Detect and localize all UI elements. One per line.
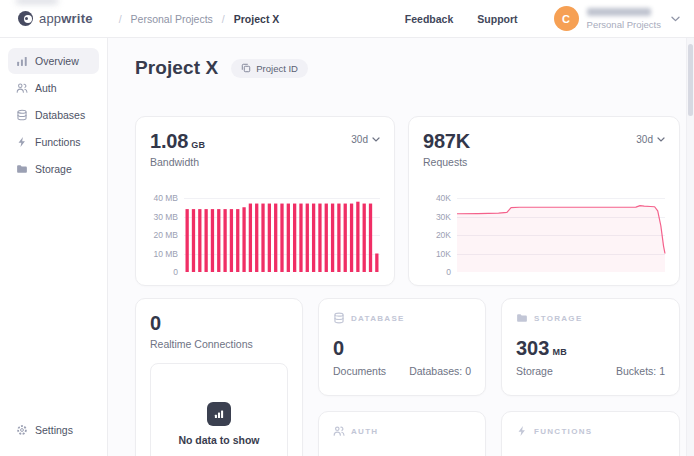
requests-label: Requests bbox=[423, 156, 470, 168]
storage-label: Storage bbox=[516, 365, 553, 377]
sidebar-item-storage[interactable]: Storage bbox=[8, 156, 99, 182]
top-bar: appwrite / Personal Projects / Project X… bbox=[0, 0, 694, 38]
chevron-down-icon bbox=[671, 16, 680, 22]
realtime-count: 0 bbox=[150, 312, 288, 335]
sidebar-item-label: Storage bbox=[35, 163, 72, 175]
sidebar-item-databases[interactable]: Databases bbox=[8, 102, 99, 128]
bar-chart-icon bbox=[207, 402, 231, 426]
chevron-down-icon bbox=[657, 137, 665, 142]
y-axis-label: 20 MB bbox=[153, 230, 178, 240]
realtime-card: 0 Realtime Connections No data to show G… bbox=[135, 298, 303, 456]
breadcrumb-project-x[interactable]: Project X bbox=[234, 13, 280, 25]
breadcrumb-separator: / bbox=[222, 13, 225, 25]
requests-plot bbox=[457, 198, 665, 272]
project-id-label: Project ID bbox=[256, 63, 298, 74]
stats-grid: DATABASE 0 Documents Databases: 0 STORAG… bbox=[135, 298, 680, 456]
requests-range-select[interactable]: 30d bbox=[636, 130, 665, 145]
account-menu[interactable]: C Personal Projects bbox=[554, 6, 680, 31]
y-axis-label: 10K bbox=[436, 249, 451, 259]
bandwidth-y-axis: 40 MB30 MB20 MB10 MB0 bbox=[150, 198, 178, 272]
appwrite-logo[interactable]: appwrite bbox=[18, 11, 93, 26]
sidebar-item-label: Functions bbox=[35, 136, 81, 148]
page-title: Project X bbox=[135, 56, 218, 80]
sidebar-item-label: Auth bbox=[35, 82, 57, 94]
lightning-icon bbox=[16, 136, 28, 148]
folder-icon bbox=[16, 163, 28, 175]
database-icon bbox=[16, 109, 28, 121]
lightning-icon bbox=[516, 425, 528, 437]
sidebar-item-label: Overview bbox=[35, 55, 79, 67]
bandwidth-series bbox=[184, 198, 380, 272]
requests-series bbox=[457, 198, 665, 272]
databases-count: Databases: 0 bbox=[409, 365, 471, 377]
y-axis-label: 40 MB bbox=[153, 193, 178, 203]
requests-card: 987K Requests 30d 40K30K20K10K0 bbox=[408, 116, 680, 286]
y-axis-label: 40K bbox=[436, 193, 451, 203]
y-axis-label: 0 bbox=[173, 267, 178, 277]
realtime-label: Realtime Connections bbox=[150, 338, 288, 350]
y-axis-label: 30K bbox=[436, 212, 451, 222]
y-axis-label: 20K bbox=[436, 230, 451, 240]
account-name-blurred bbox=[587, 8, 651, 16]
documents-label: Documents bbox=[333, 365, 386, 377]
blurred-artifact bbox=[16, 0, 58, 4]
users-icon bbox=[16, 82, 28, 94]
bandwidth-card: 1.08GB Bandwidth 30d 40 MB30 MB20 MB10 M… bbox=[135, 116, 395, 286]
sidebar-item-label: Databases bbox=[35, 109, 85, 121]
storage-eyebrow: STORAGE bbox=[516, 312, 665, 324]
overview-chart-icon bbox=[16, 55, 28, 67]
bandwidth-chart: 40 MB30 MB20 MB10 MB0 bbox=[150, 198, 380, 272]
bandwidth-plot bbox=[184, 198, 380, 272]
realtime-empty-state: No data to show Get started with Realtim… bbox=[150, 363, 288, 456]
sidebar-item-auth[interactable]: Auth bbox=[8, 75, 99, 101]
requests-value: 987K bbox=[423, 130, 470, 153]
y-axis-label: 30 MB bbox=[153, 212, 178, 222]
account-team-label: Personal Projects bbox=[587, 19, 661, 30]
y-axis-label: 0 bbox=[446, 267, 451, 277]
scrollbar-track[interactable] bbox=[686, 38, 694, 456]
bandwidth-range-select[interactable]: 30d bbox=[351, 130, 380, 145]
functions-card[interactable]: FUNCTIONS bbox=[501, 411, 680, 456]
bandwidth-label: Bandwidth bbox=[150, 156, 205, 168]
charts-row: 1.08GB Bandwidth 30d 40 MB30 MB20 MB10 M… bbox=[135, 116, 680, 286]
auth-card[interactable]: AUTH bbox=[318, 411, 486, 456]
avatar: C bbox=[554, 6, 579, 31]
appwrite-logo-icon bbox=[18, 11, 33, 26]
storage-card[interactable]: STORAGE 303MB Storage Buckets: 1 bbox=[501, 298, 680, 396]
sidebar: Overview Auth Databases Functions Storag… bbox=[0, 38, 108, 456]
database-eyebrow: DATABASE bbox=[333, 312, 471, 324]
documents-count: 0 bbox=[333, 337, 471, 360]
no-data-text: No data to show bbox=[178, 434, 259, 446]
y-axis-label: 10 MB bbox=[153, 249, 178, 259]
buckets-count: Buckets: 1 bbox=[616, 365, 665, 377]
breadcrumb-personal-projects[interactable]: Personal Projects bbox=[131, 13, 213, 25]
copy-id-icon bbox=[241, 63, 251, 73]
main-content: Project X Project ID 1.08GB Bandwidth 30… bbox=[108, 38, 694, 456]
page-head: Project X Project ID bbox=[135, 56, 680, 80]
feedback-link[interactable]: Feedback bbox=[405, 13, 453, 25]
bandwidth-value: 1.08GB bbox=[150, 130, 205, 153]
storage-size: 303MB bbox=[516, 337, 665, 360]
header-actions: Feedback Support C Personal Projects bbox=[405, 6, 680, 31]
sidebar-item-settings[interactable]: Settings bbox=[8, 417, 99, 443]
auth-eyebrow: AUTH bbox=[333, 425, 471, 437]
support-link[interactable]: Support bbox=[477, 13, 517, 25]
sidebar-item-overview[interactable]: Overview bbox=[8, 48, 99, 74]
database-icon bbox=[333, 312, 345, 324]
requests-chart: 40K30K20K10K0 bbox=[423, 198, 665, 272]
scrollbar-thumb[interactable] bbox=[688, 44, 693, 116]
users-icon bbox=[333, 425, 345, 437]
appwrite-logo-text: appwrite bbox=[39, 11, 93, 26]
folder-icon bbox=[516, 312, 528, 324]
functions-eyebrow: FUNCTIONS bbox=[516, 425, 665, 437]
breadcrumb-separator: / bbox=[119, 13, 122, 25]
project-id-badge[interactable]: Project ID bbox=[231, 59, 308, 78]
breadcrumb: / Personal Projects / Project X bbox=[119, 13, 280, 25]
sidebar-item-label: Settings bbox=[35, 424, 73, 436]
requests-y-axis: 40K30K20K10K0 bbox=[423, 198, 451, 272]
chevron-down-icon bbox=[372, 137, 380, 142]
database-card[interactable]: DATABASE 0 Documents Databases: 0 bbox=[318, 298, 486, 396]
gear-icon bbox=[16, 424, 28, 436]
account-text: Personal Projects bbox=[587, 8, 661, 30]
sidebar-item-functions[interactable]: Functions bbox=[8, 129, 99, 155]
